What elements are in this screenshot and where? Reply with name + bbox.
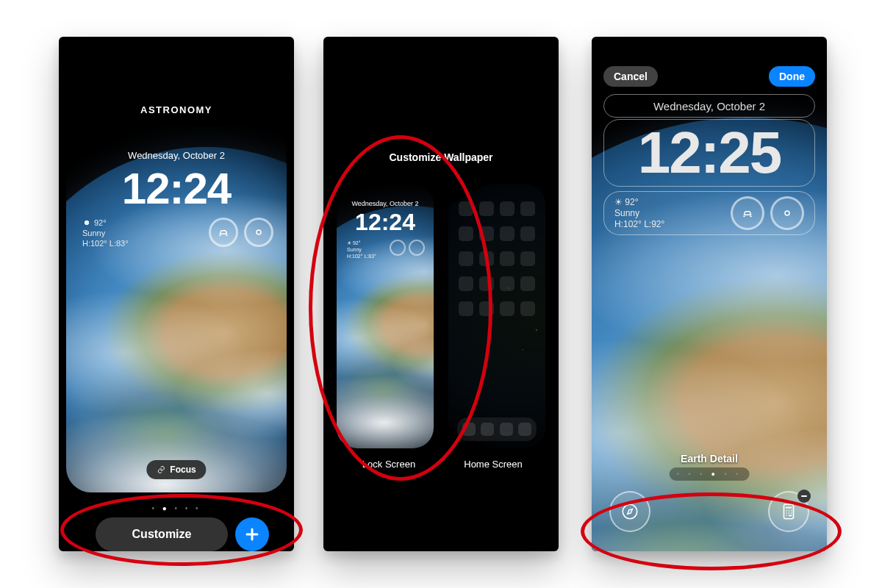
thumb-time: 12:24 bbox=[337, 209, 434, 236]
quick-action-left[interactable] bbox=[609, 491, 650, 532]
date-widget-slot[interactable]: Wednesday, October 2 bbox=[603, 94, 815, 118]
home-screen-label: Home Screen bbox=[441, 459, 545, 470]
plus-icon bbox=[243, 526, 261, 543]
widget-rings bbox=[209, 218, 273, 247]
cancel-button[interactable]: Cancel bbox=[603, 66, 658, 87]
ring-widget-icon bbox=[244, 218, 273, 247]
weather-widget: ☀ 92° Sunny H:102° L:92° bbox=[614, 197, 664, 230]
wallpaper-card-current[interactable]: Wednesday, October 2 12:24 92° Sunny H:1… bbox=[66, 125, 287, 492]
lock-screen-thumb[interactable]: Wednesday, October 2 12:24 ☀ 92°SunnyH:1… bbox=[337, 184, 434, 448]
focus-label: Focus bbox=[170, 465, 196, 475]
customize-button[interactable]: Customize bbox=[96, 517, 228, 551]
car-widget-icon bbox=[209, 218, 238, 247]
wallpaper-style-caption: Earth Detail bbox=[592, 453, 827, 465]
car-widget-icon[interactable] bbox=[731, 196, 764, 230]
time-widget-slot[interactable]: 12:25 bbox=[603, 119, 815, 187]
thumb-dock bbox=[457, 417, 537, 441]
quick-action-right[interactable] bbox=[768, 491, 809, 532]
bottom-widget-slot[interactable]: ☀ 92° Sunny H:102° L:92° bbox=[603, 191, 815, 235]
home-screen-thumb[interactable] bbox=[448, 184, 545, 448]
thumb-date: Wednesday, October 2 bbox=[337, 200, 434, 207]
page-indicator: • ● • • • bbox=[59, 504, 294, 512]
customize-options-row: Wednesday, October 2 12:24 ☀ 92°SunnyH:1… bbox=[337, 184, 545, 448]
ring-widget-icon[interactable] bbox=[770, 196, 804, 230]
earth-night-wallpaper bbox=[448, 184, 545, 448]
screenshot-customize-picker: Customize Wallpaper Wednesday, October 2… bbox=[323, 37, 559, 551]
weather-widget: 92° Sunny H:102° L:83° bbox=[82, 218, 129, 248]
remove-badge-icon[interactable] bbox=[797, 490, 811, 503]
screenshot-lockscreen-gallery: ASTRONOMY Wednesday, October 2 12:24 92°… bbox=[59, 37, 294, 551]
lock-screen-label: Lock Screen bbox=[337, 459, 441, 470]
wallpaper-category-title: ASTRONOMY bbox=[59, 104, 294, 115]
sun-icon bbox=[82, 218, 91, 227]
style-page-indicator: • • • ● • • bbox=[670, 467, 750, 481]
done-button[interactable]: Done bbox=[769, 66, 815, 87]
svg-point-2 bbox=[623, 504, 637, 519]
customize-title: Customize Wallpaper bbox=[323, 151, 559, 163]
svg-point-1 bbox=[785, 211, 789, 215]
sun-icon: ☀ bbox=[614, 197, 623, 207]
svg-point-0 bbox=[257, 230, 261, 234]
focus-chip[interactable]: Focus bbox=[146, 460, 206, 479]
screenshot-lockscreen-editor: Cancel Done Wednesday, October 2 12:25 ☀… bbox=[592, 37, 827, 551]
wallpaper-carousel[interactable]: Wednesday, October 2 12:24 92° Sunny H:1… bbox=[59, 125, 294, 492]
calculator-icon bbox=[779, 502, 798, 521]
lockscreen-date: Wednesday, October 2 bbox=[66, 150, 287, 161]
thumb-weather: ☀ 92°SunnyH:102° L:83° bbox=[347, 240, 376, 259]
compass-icon bbox=[620, 502, 639, 521]
thumb-widgets bbox=[390, 240, 425, 256]
link-icon bbox=[157, 465, 165, 474]
add-wallpaper-button[interactable] bbox=[235, 517, 269, 551]
svg-rect-3 bbox=[784, 504, 794, 519]
lockscreen-time: 12:24 bbox=[66, 163, 287, 214]
